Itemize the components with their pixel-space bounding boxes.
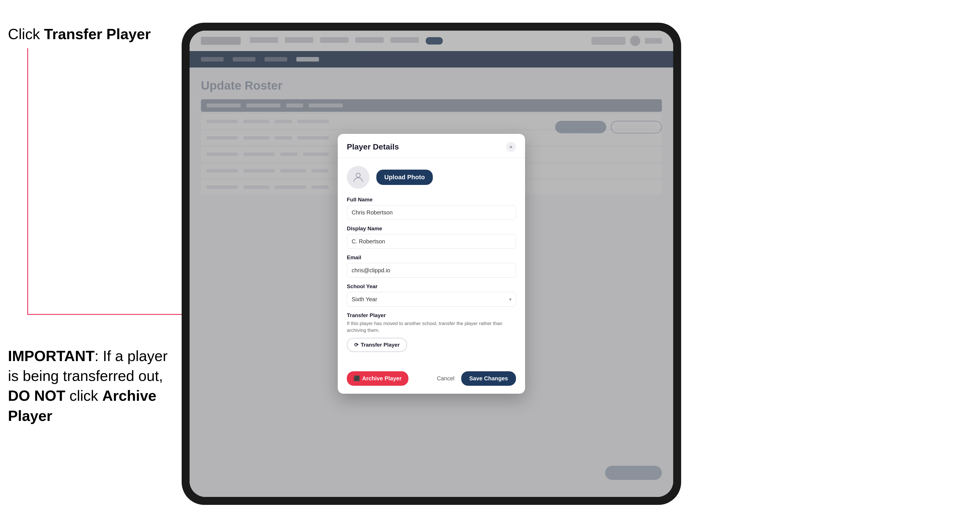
display-name-group: Display Name [347, 225, 516, 249]
transfer-section: Transfer Player If this player has moved… [347, 312, 516, 352]
instruction-top-prefix: Click [8, 26, 44, 42]
footer-right: Cancel Save Changes [437, 371, 516, 386]
modal-overlay: Player Details × [189, 31, 673, 497]
arrow-vertical [27, 48, 28, 315]
ipad-screen: Update Roster [189, 31, 673, 497]
archive-player-button[interactable]: ⬛ Archive Player [347, 371, 409, 386]
email-group: Email [347, 254, 516, 278]
modal-body: Upload Photo Full Name Display Name [338, 158, 525, 367]
cancel-button[interactable]: Cancel [437, 375, 454, 382]
school-year-select[interactable]: Sixth Year Fifth Year Fourth Year Third … [347, 292, 516, 306]
transfer-player-button[interactable]: ⟳ Transfer Player [347, 338, 407, 352]
person-icon [352, 171, 364, 184]
instruction-text2: click [65, 387, 102, 404]
email-input[interactable] [347, 263, 516, 278]
archive-icon: ⬛ [354, 375, 360, 381]
school-year-group: School Year Sixth Year Fifth Year Fourth… [347, 283, 516, 306]
upload-photo-button[interactable]: Upload Photo [376, 170, 433, 185]
do-not-label: DO NOT [8, 387, 65, 404]
modal-title: Player Details [347, 142, 399, 151]
transfer-icon: ⟳ [354, 342, 358, 348]
instruction-top-bold: Transfer Player [44, 26, 151, 42]
instruction-top: Click Transfer Player [8, 25, 151, 43]
full-name-input[interactable] [347, 205, 516, 220]
save-changes-button[interactable]: Save Changes [461, 371, 516, 386]
school-year-select-wrapper: Sixth Year Fifth Year Fourth Year Third … [347, 292, 516, 306]
transfer-section-label: Transfer Player [347, 312, 516, 319]
avatar-section: Upload Photo [347, 166, 516, 189]
full-name-group: Full Name [347, 197, 516, 220]
modal-close-button[interactable]: × [506, 142, 516, 152]
display-name-input[interactable] [347, 234, 516, 249]
player-details-modal: Player Details × [338, 134, 525, 394]
transfer-player-label: Transfer Player [361, 342, 399, 348]
school-year-label: School Year [347, 283, 516, 290]
svg-point-0 [356, 173, 360, 178]
archive-player-label: Archive Player [362, 375, 402, 382]
ipad-device: Update Roster [181, 23, 681, 505]
modal-header: Player Details × [338, 134, 525, 158]
important-label: IMPORTANT [8, 348, 94, 364]
full-name-label: Full Name [347, 197, 516, 203]
email-label: Email [347, 254, 516, 261]
avatar-circle [347, 166, 369, 189]
transfer-section-description: If this player has moved to another scho… [347, 320, 516, 334]
instruction-bottom: IMPORTANT: If a player is being transfer… [8, 346, 175, 426]
modal-footer: ⬛ Archive Player Cancel Save Changes [338, 367, 525, 394]
display-name-label: Display Name [347, 225, 516, 232]
